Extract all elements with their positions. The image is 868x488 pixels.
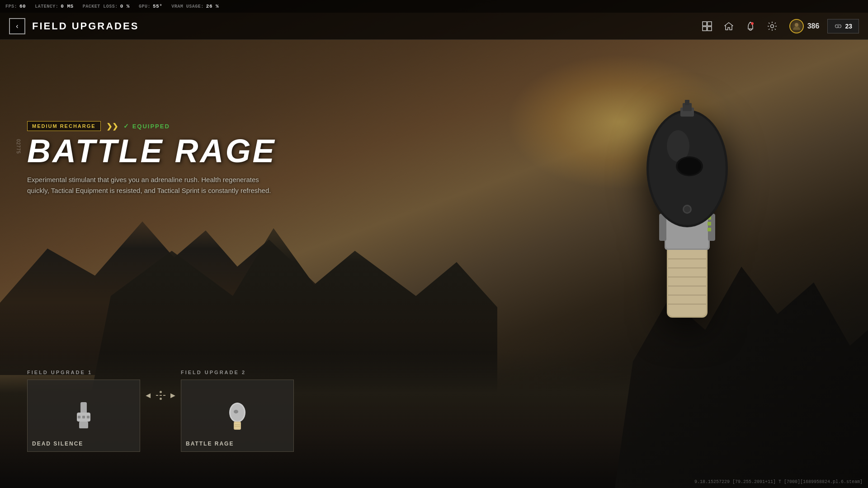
upgrade-slot-1-wrapper: FIELD UPGRADE 1 DEAD SILENCE [27, 370, 140, 452]
xp-value: 23 [845, 23, 852, 30]
item-name: BATTLE RAGE [27, 135, 280, 167]
player-badge[interactable]: 386 [785, 17, 824, 35]
svg-point-29 [678, 158, 701, 175]
chevron-arrows: ❯❯ [106, 122, 118, 131]
vram-label: VRAM USAGE: [171, 4, 204, 9]
version-info: 9.18.15257229 [79.255.2091+11] T [7000][… [694, 479, 863, 484]
item-id: 02775 [16, 139, 21, 154]
item-description: Experimental stimulant that gives you an… [27, 174, 280, 196]
svg-point-5 [770, 24, 774, 28]
vram-value: 26 % [206, 4, 219, 9]
notification-icon-button[interactable] [741, 17, 760, 35]
arrow-center [156, 391, 165, 400]
recharge-badge: MEDIUM RECHARGE [27, 121, 101, 131]
back-button[interactable]: ‹ [9, 18, 25, 34]
settings-icon-button[interactable] [763, 17, 781, 35]
svg-rect-38 [78, 416, 80, 418]
content-area: MEDIUM RECHARGE ❯❯ ✓ EQUIPPED 02775 BATT… [0, 40, 868, 488]
svg-rect-2 [703, 27, 707, 31]
check-icon: ✓ [123, 122, 130, 130]
svg-point-31 [684, 206, 690, 212]
equipped-label: EQUIPPED [132, 123, 170, 130]
hud-bar: FPS: 60 LATENCY: 0 MS PACKET LOSS: 0 % G… [0, 0, 868, 13]
xp-badge[interactable]: 23 [827, 19, 859, 33]
hud-fps: FPS: 60 [5, 4, 26, 9]
svg-rect-45 [235, 422, 240, 429]
upgrade-card-2[interactable]: BATTLE RAGE [181, 380, 294, 452]
svg-rect-0 [703, 22, 707, 26]
svg-rect-40 [87, 416, 90, 418]
upgrade-card-1[interactable]: DEAD SILENCE [27, 380, 140, 452]
gpu-value: 55° [153, 4, 162, 9]
upgrade-2-label: FIELD UPGRADE 2 [181, 370, 294, 375]
badge-row: MEDIUM RECHARGE ❯❯ ✓ EQUIPPED [27, 121, 280, 131]
hud-vram: VRAM USAGE: 26 % [171, 4, 219, 9]
equipped-badge: ✓ EQUIPPED [123, 122, 170, 130]
fps-value: 60 [19, 4, 26, 9]
home-icon-button[interactable] [720, 17, 738, 35]
packet-loss-value: 0 % [120, 4, 130, 9]
fps-label: FPS: [5, 4, 17, 9]
right-arrow[interactable]: ► [167, 389, 179, 402]
svg-point-43 [234, 410, 238, 413]
svg-rect-3 [708, 27, 712, 31]
svg-rect-37 [79, 422, 88, 428]
latency-label: LATENCY: [35, 4, 58, 9]
hud-packet-loss: PACKET LOSS: 0 % [83, 4, 130, 9]
upgrade-1-label: FIELD UPGRADE 1 [27, 370, 140, 375]
page-title: FIELD UPGRADES [32, 20, 139, 32]
battle-rage-device [608, 78, 766, 327]
svg-rect-35 [80, 402, 87, 413]
svg-rect-11 [668, 247, 706, 316]
hud-latency: LATENCY: 0 MS [35, 4, 73, 9]
upgrade-1-name: DEAD SILENCE [32, 441, 83, 447]
upgrade-slot-2-wrapper: FIELD UPGRADE 2 [181, 370, 294, 452]
svg-rect-1 [708, 22, 712, 26]
svg-point-9 [837, 24, 840, 27]
grid-icon-button[interactable] [698, 17, 716, 35]
swap-arrows: ◄ ► [140, 384, 181, 407]
latency-value: 0 MS [61, 4, 73, 9]
player-rank: 386 [807, 22, 820, 30]
gpu-label: GPU: [139, 4, 151, 9]
left-arrow[interactable]: ◄ [142, 389, 154, 402]
item-info: MEDIUM RECHARGE ❯❯ ✓ EQUIPPED 02775 BATT… [27, 121, 280, 196]
svg-rect-24 [708, 228, 711, 231]
nav-left: ‹ FIELD UPGRADES [9, 18, 139, 34]
dead-silence-icon [66, 400, 102, 432]
svg-point-4 [751, 22, 754, 25]
player-avatar [789, 19, 804, 33]
packet-loss-label: PACKET LOSS: [83, 4, 118, 9]
nav-bar: ‹ FIELD UPGRADES [0, 13, 868, 40]
upgrade-2-name: BATTLE RAGE [186, 441, 234, 447]
arrow-dot-1 [160, 391, 162, 393]
svg-rect-23 [708, 222, 711, 225]
battle-rage-icon [219, 400, 255, 432]
nav-right: 386 23 [698, 17, 859, 35]
svg-point-6 [795, 23, 798, 27]
equipment-render [552, 67, 823, 338]
arrow-dot-2 [160, 398, 162, 400]
hud-gpu: GPU: 55° [139, 4, 162, 9]
svg-rect-39 [82, 416, 85, 418]
svg-rect-34 [685, 100, 689, 105]
upgrades-section: FIELD UPGRADE 1 DEAD SILENCE [27, 370, 294, 452]
